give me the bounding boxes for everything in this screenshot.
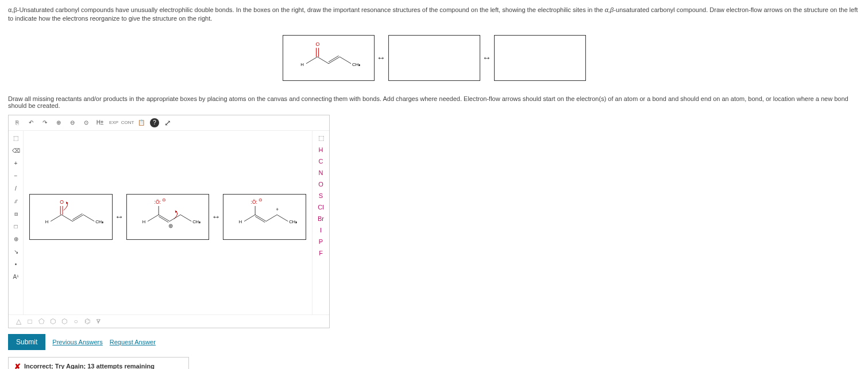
atom-br-button[interactable]: Br [315,213,327,224]
svg-line-18 [159,216,168,222]
square-ring[interactable]: □ [26,317,34,325]
arrow-tool[interactable]: ↘ [10,247,22,257]
mol2-pos: ⊕ [168,223,173,229]
canvas-arrow-1: ↔ [115,212,124,222]
hydrogen-toggle[interactable]: H± [95,118,105,128]
svg-line-26 [267,215,277,221]
atom-o-button[interactable]: O [315,179,327,189]
submit-row: Submit Previous Answers Request Answer [8,334,330,350]
svg-line-5 [329,56,339,62]
svg-line-11 [61,215,72,221]
atom-cl-button[interactable]: Cl [315,202,327,212]
zoom-out-button[interactable]: ⊖ [67,118,78,128]
svg-line-27 [277,215,288,221]
triangle-ring[interactable]: △ [14,317,22,325]
help-button[interactable]: ? [150,118,159,127]
atom-f-button[interactable]: F [315,248,327,258]
mol1-ch3: CH₃ [95,219,103,224]
redo-button[interactable]: ↷ [40,118,50,128]
incorrect-icon: ✘ [14,362,21,369]
resonance-arrow-2: ↔ [483,53,492,63]
mol3-h: H [239,219,242,224]
expand-button[interactable]: ⤢ [163,118,173,128]
undo-button[interactable]: ↶ [26,118,36,128]
reference-box-2 [388,35,480,81]
svg-line-6 [340,57,351,64]
chair-ring[interactable]: ⛛ [95,317,103,325]
request-answer-link[interactable]: Request Answer [110,339,156,345]
benzene-ring[interactable]: ⌬ [83,317,91,325]
erase-tool[interactable]: ⌫ [10,146,22,156]
svg-line-21 [180,215,191,221]
mol2-o: :Ö: [154,199,160,205]
atom-i-button[interactable]: I [315,225,327,235]
atom-ch3: CH₃ [352,61,360,67]
instruction-text: Draw all missing reactants and/or produc… [8,95,860,109]
toolbar-top: ⎘ ↶ ↷ ⊕ ⊖ ⊙ H± EXP CONT 📋 ? ⤢ [9,115,329,131]
answer-box-3[interactable]: :Ö: ⊖ H + CH₃ [223,194,306,240]
mol3-pos: + [276,207,279,212]
svg-line-3 [317,57,329,64]
exp-button[interactable]: EXP [109,118,119,128]
svg-line-4 [329,57,340,64]
svg-line-25 [256,216,265,222]
lone-pair-tool[interactable]: ⊕ [10,234,22,244]
mol2-h: H [142,219,145,224]
reference-box-1: O H CH₃ [283,35,375,81]
atom-h: H [300,61,304,67]
feedback-box: ✘ Incorrect; Try Again; 13 attempts rema… [8,357,189,369]
svg-line-16 [148,215,159,221]
charge-plus-tool[interactable]: + [10,158,22,169]
charge-minus-tool[interactable]: − [10,171,22,181]
mol1-o: O [60,199,64,205]
answer-box-1[interactable]: O H CH₃ [29,194,113,240]
single-bond-tool[interactable]: / [10,184,22,194]
svg-line-24 [256,215,267,221]
question-text: α,β-Unsaturated carbonyl compounds have … [8,6,860,24]
svg-line-12 [72,215,83,221]
answer-box-2[interactable]: :Ö: ⊖ H ⊕ [126,194,210,240]
radical-tool[interactable]: • [10,259,22,270]
drawing-canvas[interactable]: O H CH₃ [24,131,312,314]
svg-line-20 [169,215,180,221]
question-part1: α,β-Unsaturated carbonyl compounds have … [8,6,605,13]
atom-h-button[interactable]: H [315,145,327,155]
submit-button[interactable]: Submit [8,334,45,350]
heptagon-ring[interactable]: ⬡ [60,317,68,325]
mol3-o: :Ö: [251,199,257,205]
select-tool[interactable]: ⬚ [10,133,22,143]
resonance-arrow-1: ↔ [377,53,386,63]
svg-line-17 [159,215,169,221]
label-tool[interactable]: A¹ [10,272,22,282]
atom-s-button[interactable]: S [315,191,327,201]
hexagon-ring[interactable]: ⬡ [49,317,57,325]
atom-n-button[interactable]: N [315,168,327,178]
molecule-given: O H CH₃ [283,36,374,80]
svg-line-14 [83,215,94,221]
mol2-ch3: CH₃ [192,219,200,224]
structure-editor: ⎘ ↶ ↷ ⊕ ⊖ ⊙ H± EXP CONT 📋 ? ⤢ ⬚ ⌫ + − [8,115,330,328]
mol3-ch3: CH₃ [289,219,297,224]
mol1-h: H [45,219,48,224]
new-button[interactable]: ⎘ [12,118,22,128]
reference-box-3 [494,35,586,81]
mol2-neg: ⊖ [162,197,166,203]
canvas-arrow-2: ↔ [211,212,221,222]
svg-line-23 [244,215,255,221]
hex2-ring[interactable]: ○ [72,317,80,325]
mol3-neg: ⊖ [259,197,263,203]
zoom-fit-button[interactable]: ⊙ [81,118,91,128]
group-tool[interactable]: ⧈ [10,209,22,219]
left-toolbar: ⬚ ⌫ + − / ⫽ ⧈ □ ⊕ ↘ • A¹ [9,131,24,314]
marquee-tool[interactable]: ⬚ [315,133,327,143]
box-tool[interactable]: □ [10,222,22,232]
atom-c-button[interactable]: C [315,156,327,166]
previous-answers-link[interactable]: Previous Answers [52,339,102,345]
reference-boxes-row: O H CH₃ ↔ ↔ [8,35,860,81]
atom-p-button[interactable]: P [315,236,327,247]
pentagon-ring[interactable]: ⬠ [37,317,45,325]
zoom-in-button[interactable]: ⊕ [53,118,64,128]
clipboard-button[interactable]: 📋 [136,118,146,128]
cont-button[interactable]: CONT [122,118,133,128]
double-bond-tool[interactable]: ⫽ [10,196,22,207]
